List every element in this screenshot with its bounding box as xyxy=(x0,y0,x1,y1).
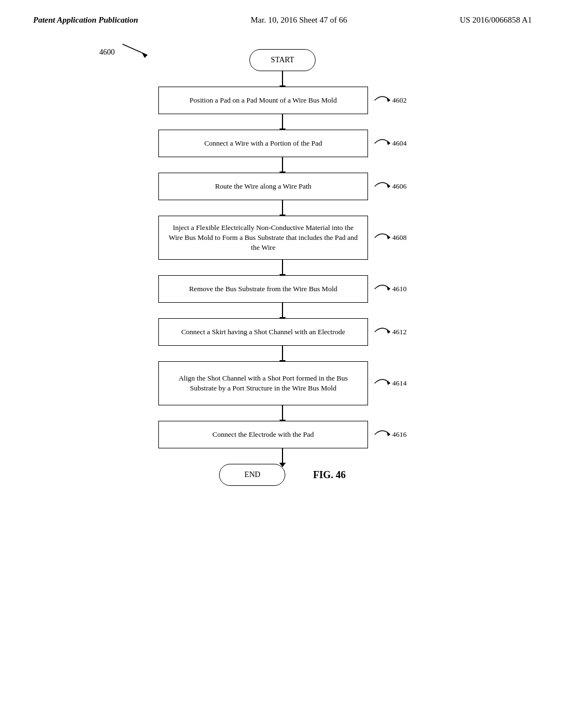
step-4608-row: Inject a Flexible Electrically Non-Condu… xyxy=(33,216,532,260)
step-4612-number: 4612 xyxy=(372,324,407,340)
arrow-7 xyxy=(282,346,283,361)
arrow-6 xyxy=(282,303,283,318)
step-4606-box: Route the Wire along a Wire Path xyxy=(158,173,368,200)
step-4614-number: 4614 xyxy=(372,376,407,391)
step-4606-number: 4606 xyxy=(372,179,407,194)
step-4610-box: Remove the Bus Substrate from the Wire B… xyxy=(158,275,368,303)
step-4616-number: 4616 xyxy=(372,427,407,442)
arrow-8 xyxy=(282,405,283,421)
step-4608-number: 4608 xyxy=(372,230,407,245)
step-4614-text: Align the Shot Channel with a Shot Port … xyxy=(166,373,361,393)
step-4604-row: Connect a Wire with a Portion of the Pad… xyxy=(33,130,532,157)
end-node: END xyxy=(219,464,285,486)
step-4614-row: Align the Shot Channel with a Shot Port … xyxy=(33,361,532,405)
arrow-9 xyxy=(282,448,283,464)
main-content: 4600 START Position a Pad on a Pad Mount… xyxy=(0,30,565,508)
arrow-4 xyxy=(282,200,283,216)
publication-label: Patent Application Publication xyxy=(33,15,138,25)
step-4612-row: Connect a Skirt having a Shot Channel wi… xyxy=(33,318,532,346)
step-4614-box: Align the Shot Channel with a Shot Port … xyxy=(158,361,368,405)
step-4602-number: 4602 xyxy=(372,93,407,108)
step-4616-text: Connect the Electrode with the Pad xyxy=(212,430,314,440)
step-4608-box: Inject a Flexible Electrically Non-Condu… xyxy=(158,216,368,260)
arrow-3 xyxy=(282,157,283,173)
fig-label: FIG. 46 xyxy=(313,469,345,481)
flowchart: 4600 START Position a Pad on a Pad Mount… xyxy=(33,47,532,486)
patent-number-label: US 2016/0066858 A1 xyxy=(460,15,532,25)
arrow-5 xyxy=(282,260,283,275)
step-4606-text: Route the Wire along a Wire Path xyxy=(215,181,312,191)
step-4604-number: 4604 xyxy=(372,136,407,151)
end-row: END FIG. 46 xyxy=(219,464,345,486)
step-4602-row: Position a Pad on a Pad Mount of a Wire … xyxy=(33,87,532,114)
step-4610-text: Remove the Bus Substrate from the Wire B… xyxy=(189,284,338,294)
step-4604-box: Connect a Wire with a Portion of the Pad xyxy=(158,130,368,157)
step-4606-row: Route the Wire along a Wire Path 4606 xyxy=(33,173,532,200)
date-sheet-label: Mar. 10, 2016 Sheet 47 of 66 xyxy=(250,15,347,25)
step-4612-text: Connect a Skirt having a Shot Channel wi… xyxy=(181,327,345,337)
step-4602-text: Position a Pad on a Pad Mount of a Wire … xyxy=(190,95,337,105)
arrow-2 xyxy=(282,114,283,130)
step-4608-text: Inject a Flexible Electrically Non-Condu… xyxy=(166,223,361,253)
step-4612-box: Connect a Skirt having a Shot Channel wi… xyxy=(158,318,368,346)
step-4616-box: Connect the Electrode with the Pad xyxy=(158,421,368,448)
arrow-1 xyxy=(282,71,283,87)
step-4610-row: Remove the Bus Substrate from the Wire B… xyxy=(33,275,532,303)
start-node: START xyxy=(249,49,316,71)
page-header: Patent Application Publication Mar. 10, … xyxy=(0,0,565,30)
step-4616-row: Connect the Electrode with the Pad 4616 xyxy=(33,421,532,448)
start-node-row: START xyxy=(33,49,532,71)
step-4610-number: 4610 xyxy=(372,281,407,297)
step-4604-text: Connect a Wire with a Portion of the Pad xyxy=(204,138,322,148)
step-4602-box: Position a Pad on a Pad Mount of a Wire … xyxy=(158,87,368,114)
